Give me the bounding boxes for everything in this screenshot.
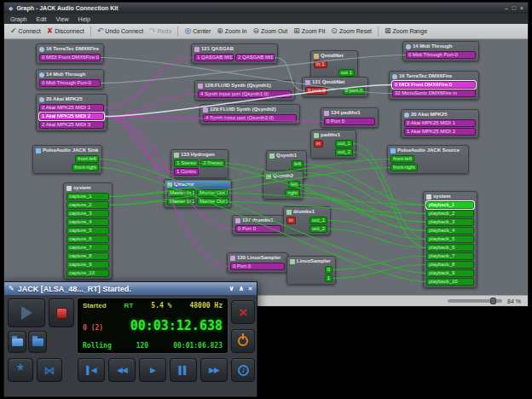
- graph-node[interactable]: systemplayback_1playback_2playback_3play…: [423, 191, 477, 288]
- graph-node[interactable]: 128:FLUID Synth (Qsynth1)4 Synth input p…: [194, 80, 295, 101]
- graph-port[interactable]: in 1: [314, 61, 327, 68]
- graph-node[interactable]: 134 padthv10 Port 0: [321, 107, 379, 128]
- graph-port[interactable]: playback_1: [426, 201, 474, 209]
- menu-edit[interactable]: Edit: [36, 16, 46, 22]
- maximize-icon[interactable]: □: [512, 3, 516, 13]
- graph-port[interactable]: 4 Synth input port (Qsynth2:0): [203, 114, 297, 122]
- graph-port[interactable]: 0 Port 0: [230, 263, 285, 270]
- connect-button[interactable]: ✔Connect: [8, 26, 43, 36]
- about-button[interactable]: i: [231, 358, 255, 382]
- messages-button[interactable]: [8, 331, 26, 353]
- cable[interactable]: [104, 117, 174, 172]
- graph-port[interactable]: out 1: [338, 69, 355, 77]
- graph-canvas[interactable]: 16 TerraTec DMX6Fire0 MIDI Front DMX6Fir…: [4, 39, 528, 295]
- backward-button[interactable]: ◀◀: [108, 358, 136, 382]
- graph-port[interactable]: playback_6: [426, 244, 474, 252]
- zoom-fit-button[interactable]: ⊞Zoom Fit: [291, 26, 327, 36]
- graph-port[interactable]: 0 Akai MPK25 MIDI 1: [39, 104, 104, 112]
- graph-node[interactable]: systemcapture_1capture_2capture_3capture…: [63, 182, 113, 280]
- zoom-in-button[interactable]: ⊕Zoom In: [214, 26, 249, 36]
- start-button[interactable]: [8, 298, 45, 327]
- cable[interactable]: [109, 194, 167, 197]
- menu-help[interactable]: Help: [78, 16, 90, 22]
- graph-port[interactable]: capture_6: [66, 235, 109, 243]
- connections-button[interactable]: ⋈: [37, 358, 62, 382]
- chevron-up-icon[interactable]: ∧: [239, 283, 245, 294]
- graph-port[interactable]: 0 port 0: [343, 87, 365, 95]
- disconnect-button[interactable]: ✘Disconnect: [44, 26, 87, 36]
- graph-node[interactable]: PulseAudio JACK Sinkfront-leftfront-righ…: [32, 145, 102, 174]
- forward-button[interactable]: ▶▶: [200, 358, 228, 382]
- graph-port[interactable]: 0 port 0: [305, 87, 327, 95]
- graph-port[interactable]: capture_9: [66, 261, 109, 269]
- graph-port[interactable]: 0 Port 0: [235, 225, 281, 233]
- graph-port[interactable]: 1 QASGAB MIDI 1: [194, 54, 234, 61]
- graph-port[interactable]: in: [314, 140, 323, 147]
- cable[interactable]: [332, 257, 426, 270]
- graph-port[interactable]: 2 Stereo: [200, 159, 225, 167]
- graph-port[interactable]: 1 Contro: [174, 168, 199, 176]
- undo-connect-button[interactable]: ↶Undo Connect: [95, 26, 146, 36]
- graph-port[interactable]: 0 MIDI Front DMX6Fire:0: [392, 81, 476, 89]
- graph-node[interactable]: 14 Midi Through0 Midi Through Port-0: [36, 69, 104, 90]
- cable[interactable]: [109, 202, 167, 205]
- graph-node[interactable]: PulseAudio JACK Sourcefront-leftfront-ri…: [387, 145, 469, 174]
- graph-port[interactable]: capture_4: [66, 218, 109, 226]
- graph-node[interactable]: 121 QASGAB1 QASGAB MIDI 12 QASGAB MIDI 2: [191, 43, 278, 64]
- graph-node[interactable]: QmidiNetin 1out 1: [310, 50, 358, 79]
- graph-port[interactable]: 1: [325, 275, 332, 282]
- graph-port[interactable]: Master Out 1: [197, 189, 228, 197]
- graph-port[interactable]: out_2: [335, 148, 353, 156]
- graph-port[interactable]: playback_8: [426, 261, 474, 269]
- graph-port[interactable]: out_1: [309, 217, 327, 224]
- graph-port[interactable]: front-left: [390, 155, 414, 163]
- menu-graph[interactable]: Graph: [10, 16, 26, 22]
- graph-node[interactable]: 20 Akai MPK250 Akai MPK25 MIDI 11 Akai M…: [36, 94, 107, 131]
- zoom-slider[interactable]: [448, 299, 502, 303]
- graph-node[interactable]: 20 Akai MPK250 Akai MPK25 MIDI 11 Akai M…: [401, 109, 479, 138]
- graph-port[interactable]: 4 Synth input port (Qsynth1:0): [198, 90, 292, 98]
- graph-window-titlebar[interactable]: ◆ Graph - JACK Audio Connection Kit – □ …: [4, 3, 528, 14]
- graph-node[interactable]: LinuxSampler01: [286, 256, 336, 285]
- pause-button[interactable]: ▌▌: [170, 358, 197, 382]
- graph-port[interactable]: front-left: [75, 155, 99, 163]
- graph-node[interactable]: padthv1inout_1out_2: [310, 130, 356, 159]
- graph-port[interactable]: playback_9: [426, 269, 474, 277]
- graph-port[interactable]: capture_10: [66, 269, 109, 277]
- graph-node[interactable]: 130 LinuxSampler0 Port 0: [227, 252, 288, 273]
- session-button[interactable]: [28, 331, 47, 353]
- graph-node[interactable]: 129:FLUID Synth (Qsynth2)4 Synth input p…: [200, 104, 300, 124]
- setup-button[interactable]: [231, 329, 255, 353]
- graph-port[interactable]: front-right: [72, 164, 99, 171]
- transport-play-button[interactable]: ▶: [139, 358, 166, 382]
- graph-port[interactable]: 0: [325, 266, 332, 274]
- graph-port[interactable]: 0 Akai MPK25 MIDI 1: [404, 119, 476, 127]
- graph-port[interactable]: capture_5: [66, 227, 109, 234]
- graph-port[interactable]: out_1: [335, 140, 353, 147]
- graph-port[interactable]: capture_3: [66, 210, 109, 217]
- graph-port[interactable]: 0 Midi Through Port-0: [39, 79, 101, 87]
- graph-port[interactable]: 0 MIDI Front DMX6Fire:0: [39, 54, 101, 61]
- cable[interactable]: [109, 168, 390, 205]
- graph-port[interactable]: capture_2: [66, 201, 109, 209]
- graph-node[interactable]: QtractorMaster In 1Master Out 1Master In…: [164, 179, 232, 208]
- cable[interactable]: [109, 159, 390, 197]
- graph-port[interactable]: 1 Akai MPK25 MIDI 2: [39, 113, 104, 120]
- graph-node[interactable]: Qsynth2leftright: [263, 171, 304, 200]
- graph-port[interactable]: Master Out 2: [197, 198, 228, 205]
- zoom-range-button[interactable]: ⊠Zoom Range: [382, 26, 430, 36]
- close-icon[interactable]: ×: [520, 3, 523, 13]
- graph-port[interactable]: playback_7: [426, 252, 474, 260]
- graph-node[interactable]: drumkv1inout_1out_2: [283, 206, 331, 235]
- graph-port[interactable]: capture_7: [66, 244, 109, 252]
- graph-port[interactable]: in: [286, 217, 296, 224]
- graph-port[interactable]: playback_2: [426, 210, 474, 217]
- patchbay-button[interactable]: *: [8, 358, 33, 382]
- chevron-down-icon[interactable]: ∨: [228, 283, 234, 294]
- cable[interactable]: [104, 117, 203, 119]
- rewind-to-start-button[interactable]: ▌◀: [78, 358, 105, 382]
- graph-node[interactable]: 16 TerraTec DMX6Fire0 MIDI Front DMX6Fir…: [389, 71, 479, 100]
- center-button[interactable]: ◎Center: [182, 26, 213, 36]
- graph-port[interactable]: playback_5: [426, 235, 474, 243]
- graph-node[interactable]: 14 Midi Through0 Midi Through Port-0: [402, 41, 479, 61]
